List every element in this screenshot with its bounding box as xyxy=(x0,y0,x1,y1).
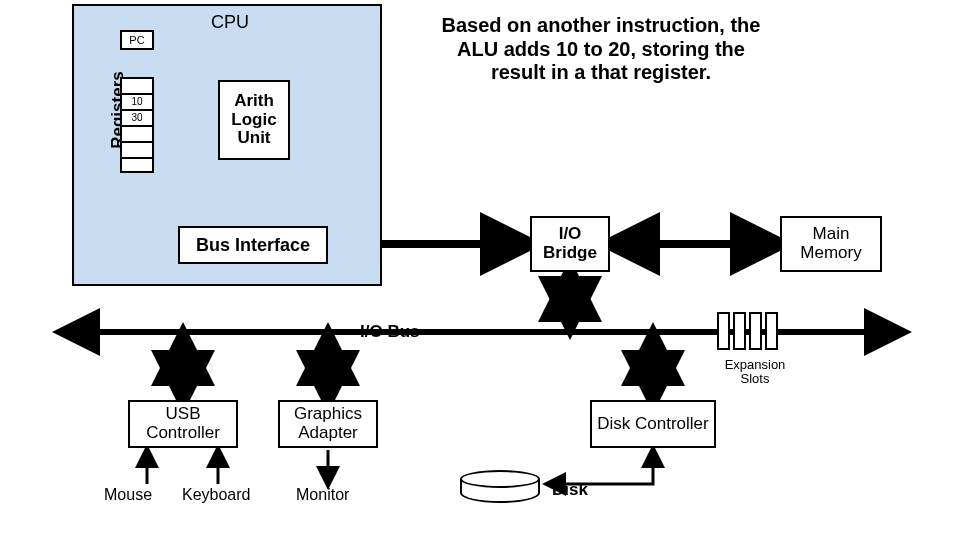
program-counter: PC xyxy=(120,30,154,50)
reg-2: 30 xyxy=(120,109,154,125)
expansion-slots-icon xyxy=(717,312,778,350)
mouse-label: Mouse xyxy=(104,486,152,504)
caption-text: Based on another instruction, the ALU ad… xyxy=(436,14,766,85)
io-bridge: I/O Bridge xyxy=(530,216,610,272)
disk-icon xyxy=(460,470,540,506)
reg-1: 10 xyxy=(120,93,154,109)
io-bus-label: I/O Bus xyxy=(360,322,420,342)
reg-4 xyxy=(120,141,154,157)
cpu-title: CPU xyxy=(190,12,270,33)
reg-5 xyxy=(120,157,154,173)
reg-3 xyxy=(120,125,154,141)
bus-interface: Bus Interface xyxy=(178,226,328,264)
usb-controller: USB Controller xyxy=(128,400,238,448)
expansion-slots-label: Expansion Slots xyxy=(720,358,790,387)
alu: Arith Logic Unit xyxy=(218,80,290,160)
disk-controller: Disk Controller xyxy=(590,400,716,448)
keyboard-label: Keyboard xyxy=(182,486,251,504)
monitor-label: Monitor xyxy=(296,486,349,504)
reg-0 xyxy=(120,77,154,93)
main-memory: Main Memory xyxy=(780,216,882,272)
register-file: 10 30 xyxy=(120,77,154,173)
graphics-adapter: Graphics Adapter xyxy=(278,400,378,448)
disk-label: Disk xyxy=(552,480,588,500)
